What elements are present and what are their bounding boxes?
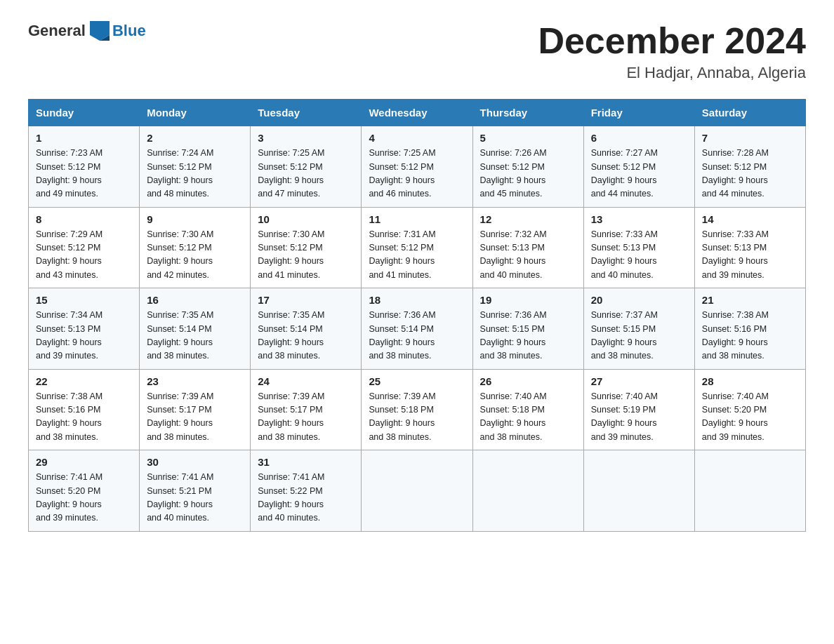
day-number: 17: [258, 294, 354, 306]
calendar-cell: 9Sunrise: 7:30 AM Sunset: 5:12 PM Daylig…: [140, 207, 251, 288]
day-number: 3: [258, 132, 354, 144]
day-number: 5: [480, 132, 576, 144]
day-number: 28: [702, 375, 798, 387]
column-header-friday: Friday: [583, 100, 694, 126]
calendar-cell: 3Sunrise: 7:25 AM Sunset: 5:12 PM Daylig…: [251, 126, 362, 208]
day-info: Sunrise: 7:32 AM Sunset: 5:13 PM Dayligh…: [480, 228, 576, 283]
calendar-cell: 29Sunrise: 7:41 AM Sunset: 5:20 PM Dayli…: [29, 450, 140, 532]
calendar-week-row: 29Sunrise: 7:41 AM Sunset: 5:20 PM Dayli…: [29, 450, 806, 532]
day-number: 6: [591, 132, 687, 144]
column-header-thursday: Thursday: [472, 100, 583, 126]
day-number: 8: [36, 213, 132, 225]
day-info: Sunrise: 7:25 AM Sunset: 5:12 PM Dayligh…: [369, 147, 465, 201]
calendar-cell: 22Sunrise: 7:38 AM Sunset: 5:16 PM Dayli…: [29, 369, 140, 450]
day-number: 31: [258, 456, 354, 468]
day-info: Sunrise: 7:41 AM Sunset: 5:20 PM Dayligh…: [36, 471, 132, 525]
day-info: Sunrise: 7:40 AM Sunset: 5:18 PM Dayligh…: [480, 390, 576, 445]
month-title: December 2024: [538, 21, 806, 61]
column-header-tuesday: Tuesday: [251, 100, 362, 126]
day-number: 21: [702, 294, 798, 306]
calendar-cell: 7Sunrise: 7:28 AM Sunset: 5:12 PM Daylig…: [694, 126, 805, 208]
calendar-cell: [694, 450, 805, 532]
day-number: 11: [369, 213, 465, 225]
logo: General Blue: [28, 21, 146, 41]
day-info: Sunrise: 7:31 AM Sunset: 5:12 PM Dayligh…: [369, 228, 465, 283]
day-number: 26: [480, 375, 576, 387]
day-info: Sunrise: 7:26 AM Sunset: 5:12 PM Dayligh…: [480, 147, 576, 201]
column-header-saturday: Saturday: [694, 100, 805, 126]
calendar-cell: 26Sunrise: 7:40 AM Sunset: 5:18 PM Dayli…: [472, 369, 583, 450]
day-number: 9: [147, 213, 243, 225]
day-number: 19: [480, 294, 576, 306]
day-info: Sunrise: 7:24 AM Sunset: 5:12 PM Dayligh…: [147, 147, 243, 201]
calendar-cell: 17Sunrise: 7:35 AM Sunset: 5:14 PM Dayli…: [251, 288, 362, 370]
day-number: 10: [258, 213, 354, 225]
day-info: Sunrise: 7:33 AM Sunset: 5:13 PM Dayligh…: [591, 228, 687, 283]
calendar-cell: 14Sunrise: 7:33 AM Sunset: 5:13 PM Dayli…: [694, 207, 805, 288]
day-info: Sunrise: 7:25 AM Sunset: 5:12 PM Dayligh…: [258, 147, 354, 201]
calendar-cell: 4Sunrise: 7:25 AM Sunset: 5:12 PM Daylig…: [362, 126, 472, 208]
calendar-cell: 6Sunrise: 7:27 AM Sunset: 5:12 PM Daylig…: [583, 126, 694, 208]
calendar-cell: 21Sunrise: 7:38 AM Sunset: 5:16 PM Dayli…: [694, 288, 805, 370]
day-info: Sunrise: 7:36 AM Sunset: 5:14 PM Dayligh…: [369, 309, 465, 363]
calendar-cell: 28Sunrise: 7:40 AM Sunset: 5:20 PM Dayli…: [694, 369, 805, 450]
column-header-monday: Monday: [140, 100, 251, 126]
day-info: Sunrise: 7:36 AM Sunset: 5:15 PM Dayligh…: [480, 309, 576, 363]
page-header: General Blue December 2024 El Hadjar, An…: [28, 21, 806, 82]
calendar-cell: 23Sunrise: 7:39 AM Sunset: 5:17 PM Dayli…: [140, 369, 251, 450]
day-number: 27: [591, 375, 687, 387]
column-header-sunday: Sunday: [29, 100, 140, 126]
day-number: 13: [591, 213, 687, 225]
calendar-cell: 13Sunrise: 7:33 AM Sunset: 5:13 PM Dayli…: [583, 207, 694, 288]
day-info: Sunrise: 7:38 AM Sunset: 5:16 PM Dayligh…: [36, 390, 132, 445]
day-number: 20: [591, 294, 687, 306]
calendar-week-row: 1Sunrise: 7:23 AM Sunset: 5:12 PM Daylig…: [29, 126, 806, 208]
day-info: Sunrise: 7:41 AM Sunset: 5:21 PM Dayligh…: [147, 471, 243, 525]
day-info: Sunrise: 7:23 AM Sunset: 5:12 PM Dayligh…: [36, 147, 132, 201]
calendar-week-row: 22Sunrise: 7:38 AM Sunset: 5:16 PM Dayli…: [29, 369, 806, 450]
day-number: 24: [258, 375, 354, 387]
day-info: Sunrise: 7:40 AM Sunset: 5:20 PM Dayligh…: [702, 390, 798, 445]
day-info: Sunrise: 7:38 AM Sunset: 5:16 PM Dayligh…: [702, 309, 798, 363]
day-number: 23: [147, 375, 243, 387]
day-number: 7: [702, 132, 798, 144]
logo-general: General: [28, 22, 86, 40]
day-number: 1: [36, 132, 132, 144]
calendar-cell: 15Sunrise: 7:34 AM Sunset: 5:13 PM Dayli…: [29, 288, 140, 370]
day-number: 12: [480, 213, 576, 225]
day-info: Sunrise: 7:27 AM Sunset: 5:12 PM Dayligh…: [591, 147, 687, 201]
day-number: 29: [36, 456, 132, 468]
day-info: Sunrise: 7:34 AM Sunset: 5:13 PM Dayligh…: [36, 309, 132, 363]
calendar-cell: 1Sunrise: 7:23 AM Sunset: 5:12 PM Daylig…: [29, 126, 140, 208]
day-info: Sunrise: 7:28 AM Sunset: 5:12 PM Dayligh…: [702, 147, 798, 201]
day-number: 25: [369, 375, 465, 387]
calendar-cell: 8Sunrise: 7:29 AM Sunset: 5:12 PM Daylig…: [29, 207, 140, 288]
calendar-week-row: 8Sunrise: 7:29 AM Sunset: 5:12 PM Daylig…: [29, 207, 806, 288]
calendar-header-row: SundayMondayTuesdayWednesdayThursdayFrid…: [29, 100, 806, 126]
calendar-cell: 20Sunrise: 7:37 AM Sunset: 5:15 PM Dayli…: [583, 288, 694, 370]
day-info: Sunrise: 7:41 AM Sunset: 5:22 PM Dayligh…: [258, 471, 354, 525]
calendar-cell: 30Sunrise: 7:41 AM Sunset: 5:21 PM Dayli…: [140, 450, 251, 532]
day-info: Sunrise: 7:35 AM Sunset: 5:14 PM Dayligh…: [147, 309, 243, 363]
day-number: 14: [702, 213, 798, 225]
title-block: December 2024 El Hadjar, Annaba, Algeria: [538, 21, 806, 82]
calendar-cell: 24Sunrise: 7:39 AM Sunset: 5:17 PM Dayli…: [251, 369, 362, 450]
calendar-cell: [583, 450, 694, 532]
day-number: 16: [147, 294, 243, 306]
calendar-cell: 12Sunrise: 7:32 AM Sunset: 5:13 PM Dayli…: [472, 207, 583, 288]
calendar-cell: 16Sunrise: 7:35 AM Sunset: 5:14 PM Dayli…: [140, 288, 251, 370]
logo-icon: [90, 21, 110, 41]
column-header-wednesday: Wednesday: [362, 100, 472, 126]
day-number: 4: [369, 132, 465, 144]
day-info: Sunrise: 7:33 AM Sunset: 5:13 PM Dayligh…: [702, 228, 798, 283]
day-number: 22: [36, 375, 132, 387]
day-info: Sunrise: 7:30 AM Sunset: 5:12 PM Dayligh…: [258, 228, 354, 283]
calendar-cell: 31Sunrise: 7:41 AM Sunset: 5:22 PM Dayli…: [251, 450, 362, 532]
calendar-cell: 10Sunrise: 7:30 AM Sunset: 5:12 PM Dayli…: [251, 207, 362, 288]
day-info: Sunrise: 7:30 AM Sunset: 5:12 PM Dayligh…: [147, 228, 243, 283]
calendar-cell: 25Sunrise: 7:39 AM Sunset: 5:18 PM Dayli…: [362, 369, 472, 450]
logo-blue: Blue: [112, 22, 146, 40]
day-info: Sunrise: 7:37 AM Sunset: 5:15 PM Dayligh…: [591, 309, 687, 363]
calendar-cell: 11Sunrise: 7:31 AM Sunset: 5:12 PM Dayli…: [362, 207, 472, 288]
calendar-table: SundayMondayTuesdayWednesdayThursdayFrid…: [28, 99, 806, 532]
